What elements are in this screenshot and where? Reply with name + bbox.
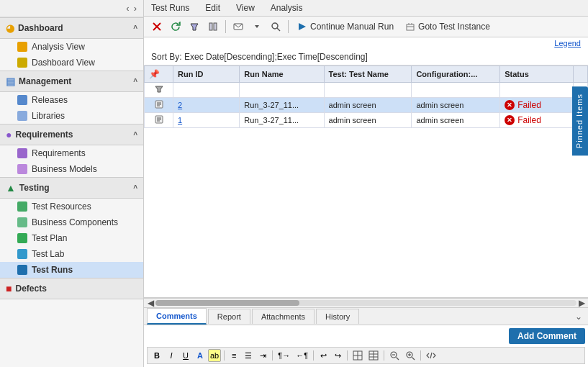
table-insert-button[interactable] [350, 349, 365, 362]
sidebar-item-libraries[interactable]: Libraries [0, 108, 143, 124]
filter-test-name[interactable] [324, 83, 412, 98]
email-button[interactable] [230, 19, 247, 35]
row2-config: admin screen [412, 98, 500, 113]
font-color-button[interactable]: A [194, 349, 207, 362]
sidebar-item-test-plan[interactable]: Test Plan [0, 230, 143, 246]
col-config-header[interactable]: Configuration:... [412, 66, 500, 83]
collapse-testing-icon: ^ [133, 184, 137, 192]
delete-button[interactable] [148, 19, 166, 35]
filter-run-name[interactable] [240, 83, 324, 98]
zoom-out-button[interactable] [387, 349, 402, 362]
table-edit-button[interactable] [366, 349, 381, 362]
ed-sep1 [224, 350, 225, 361]
undo-button[interactable]: ↩ [317, 349, 330, 362]
releases-label: Releases [32, 95, 68, 105]
continue-manual-run-button[interactable]: Continue Manual Run [292, 19, 399, 34]
nav-forward-btn[interactable]: › [132, 3, 139, 14]
tab-comments[interactable]: Comments [147, 308, 207, 325]
business-models-icon [17, 164, 27, 174]
tab-attachments[interactable]: Attachments [252, 309, 315, 324]
legend-link[interactable]: Legend [554, 39, 581, 47]
tab-collapse-btn[interactable]: ⌄ [569, 309, 588, 325]
sidebar-section-dashboard[interactable]: ◕ Dashboard ^ [0, 17, 143, 39]
sidebar-item-business-models[interactable]: Business Models [0, 161, 143, 177]
svg-rect-3 [209, 23, 212, 30]
row1-run-id[interactable]: 1 [173, 113, 240, 128]
col-icons-header: 📌 [145, 66, 173, 83]
ed-sep2 [272, 350, 273, 361]
col-status-header[interactable]: Status [500, 66, 574, 83]
indent-button[interactable]: ⇥ [256, 349, 269, 362]
sidebar-item-releases[interactable]: Releases [0, 92, 143, 108]
para-ltr-button[interactable]: ¶→ [276, 349, 292, 362]
sidebar-item-analysis-view[interactable]: Analysis View [0, 39, 143, 55]
business-components-icon [17, 217, 27, 227]
filter-run-id[interactable] [173, 83, 240, 98]
col-run-id-header[interactable]: Run ID [173, 66, 240, 83]
test-plan-label: Test Plan [32, 233, 67, 243]
sidebar-item-business-components[interactable]: Business Components [0, 214, 143, 230]
ed-sep4 [347, 350, 348, 361]
pinned-items-tab[interactable]: Pinned Items [572, 86, 588, 155]
goto-test-instance-button[interactable]: Goto Test Instance [400, 19, 495, 34]
para-rtl-button[interactable]: ←¶ [294, 349, 310, 362]
col-run-name-header[interactable]: Run Name [240, 66, 324, 83]
refresh-button[interactable] [167, 19, 184, 35]
sidebar-section-management[interactable]: ▤ Management ^ [0, 71, 143, 92]
sidebar-section-defects[interactable]: ■ Defects [0, 278, 143, 299]
redo-button[interactable]: ↪ [331, 349, 344, 362]
row1-test-name: admin screen [324, 113, 412, 128]
analysis-view-icon [17, 42, 27, 52]
table-header-row: 📌 Run ID Run Name Test: Test Name Config… [145, 66, 588, 83]
scroll-thumb[interactable] [155, 300, 299, 306]
svg-marker-9 [299, 23, 306, 30]
defects-section-icon: ■ [6, 283, 12, 294]
toolbar-sep1 [225, 20, 226, 33]
testing-section-icon: ▲ [6, 182, 16, 194]
unordered-list-button[interactable]: ☰ [242, 349, 255, 362]
nav-back-btn[interactable]: ‹ [124, 3, 131, 14]
filter-config[interactable] [412, 83, 500, 98]
sidebar-item-requirements[interactable]: Requirements [0, 145, 143, 161]
sidebar-item-test-runs[interactable]: Test Runs [0, 262, 143, 278]
sidebar-section-requirements[interactable]: ● Requirements ^ [0, 124, 143, 145]
menu-view[interactable]: View [233, 1, 258, 14]
failed-icon-row1: ✕ [505, 115, 515, 125]
filter-status[interactable] [500, 83, 574, 98]
underline-button[interactable]: U [179, 349, 192, 362]
sidebar-nav-arrows: ‹ › [0, 0, 143, 17]
highlight-button[interactable]: ab [208, 349, 221, 362]
analysis-view-label: Analysis View [32, 42, 85, 52]
columns-button[interactable] [204, 19, 222, 35]
menu-test-runs[interactable]: Test Runs [148, 1, 192, 14]
horizontal-scrollbar[interactable]: ◀ ▶ [144, 298, 588, 308]
ed-sep5 [384, 350, 384, 361]
menu-analysis[interactable]: Analysis [268, 1, 306, 14]
scroll-right-btn[interactable]: ▶ [576, 298, 587, 308]
italic-button[interactable]: I [165, 349, 178, 362]
ordered-list-button[interactable]: ≡ [227, 349, 240, 362]
sidebar-item-test-lab[interactable]: Test Lab [0, 246, 143, 262]
row2-run-id[interactable]: 2 [173, 98, 240, 113]
tab-history[interactable]: History [316, 309, 359, 324]
sidebar-item-dashboard-view[interactable]: Dashboard View [0, 55, 143, 71]
search-button[interactable] [267, 19, 284, 35]
table-row[interactable]: 2 Run_3-27_11... admin screen admin scre… [145, 98, 588, 113]
menu-edit[interactable]: Edit [202, 1, 223, 14]
bold-button[interactable]: B [150, 349, 163, 362]
zoom-in-button[interactable] [403, 349, 417, 362]
source-button[interactable] [424, 349, 438, 362]
col-test-name-header[interactable]: Test: Test Name [324, 66, 412, 83]
sidebar-item-test-resources[interactable]: Test Resources [0, 199, 143, 214]
scroll-left-btn[interactable]: ◀ [145, 298, 155, 308]
tab-report[interactable]: Report [208, 309, 250, 324]
svg-point-7 [272, 23, 278, 29]
filter-button[interactable] [186, 19, 203, 35]
add-comment-button[interactable]: Add Comment [509, 328, 585, 344]
sidebar-section-testing[interactable]: ▲ Testing ^ [0, 177, 143, 199]
pin-icon: 📌 [149, 69, 160, 79]
dashboard-view-icon [17, 58, 27, 68]
email-dropdown-btn[interactable] [248, 19, 266, 35]
table-area[interactable]: 📌 Run ID Run Name Test: Test Name Config… [144, 65, 588, 298]
table-row[interactable]: 1 Run_3-27_11... admin screen admin scre… [145, 113, 588, 128]
